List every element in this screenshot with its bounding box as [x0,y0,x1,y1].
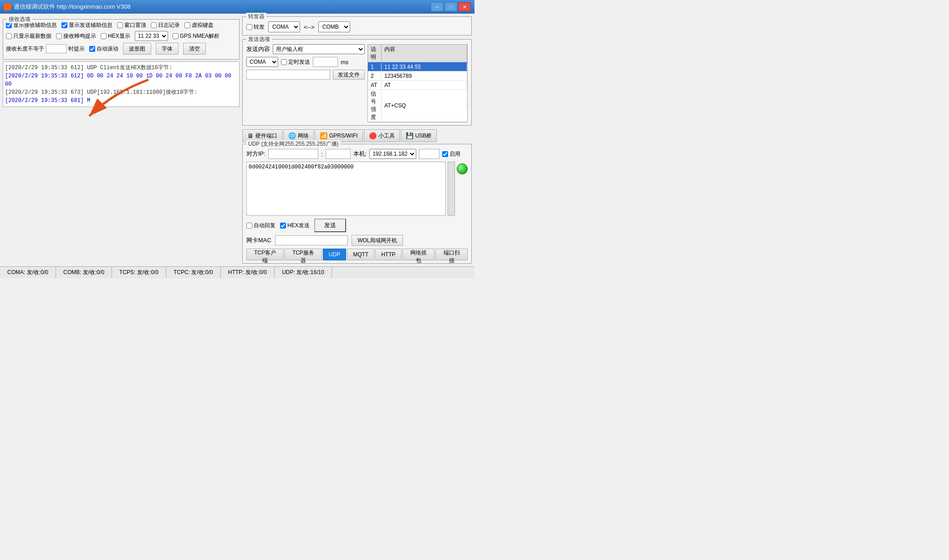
timed-label: 定时发送 [288,58,310,66]
check-hex-input[interactable] [101,33,107,39]
check-auto-scroll[interactable]: 自动滚动 [89,45,118,53]
check-gps[interactable]: GPS NMEA解析 [173,32,219,40]
check-show-send-input[interactable] [61,22,67,28]
check-vkb-input[interactable] [184,22,190,28]
font-button[interactable]: 字体 [156,43,179,55]
status-item: TCPS: 发/收:0/0 [112,267,166,278]
tab-label: 小工具 [378,132,395,140]
forward-check-input[interactable] [246,24,252,30]
remote-port-input[interactable]: 11000 [326,149,351,159]
table-row[interactable]: ATAT [368,81,467,90]
send-button[interactable]: 发送 [314,219,346,232]
send-text-input[interactable] [246,70,330,80]
enable-check-input[interactable] [442,151,448,157]
col-num: 说明 [368,45,382,62]
timed-check[interactable]: 定时发送 [281,58,310,66]
check-log[interactable]: 日志记录 [151,21,180,29]
wave-button[interactable]: 波形图 [123,43,151,55]
check-beep-input[interactable] [56,33,62,39]
arrow-label: <--> [304,24,315,31]
tab-label: 网络 [298,132,309,140]
check-newest[interactable]: 只显示最新数据 [6,32,51,40]
udp-group: UDP (支持全网255.255.255.255广播) 对方IP: 192.16… [242,144,472,264]
coma-select[interactable]: COMA [268,21,300,32]
local-port-input[interactable]: 9999 [419,149,439,159]
mac-input[interactable]: 11:22:33:44:55:66 [275,235,348,245]
app-icon [4,3,11,10]
check-vkb[interactable]: 虚拟键盘 [184,21,214,29]
bottom-tab-网络抓包[interactable]: 网络抓包 [403,249,435,260]
check-log-input[interactable] [151,22,157,28]
tab-label: GPRS/WIFI [329,132,358,139]
length-input[interactable] [46,44,66,53]
check-newest-input[interactable] [6,33,12,39]
tab-icon: 💾 [406,132,413,139]
send-input-row: 发送文件 [246,70,365,80]
maximize-button[interactable]: □ [444,2,457,11]
title-bar: 通信猫调试软件 http://tongxinmao.com V308 ─ □ ✕ [0,0,474,14]
bottom-tab-MQTT[interactable]: MQTT [347,249,374,260]
wol-button[interactable]: WOL局域网开机 [352,235,403,246]
hex-select[interactable]: 11 22 33 [135,31,168,41]
bottom-tab-HTTP[interactable]: HTTP [375,249,401,260]
auto-reply-check[interactable]: 自动回复 [246,222,276,229]
send-options-title: 发送选项 [246,36,272,43]
ms-label: ms [341,59,348,66]
send-port-row: COMA 定时发送 1000 ms [246,57,365,67]
forward-check[interactable]: 转发 [246,23,265,31]
time-label: 时提示 [68,45,85,53]
row-num: AT [368,81,382,89]
left-panel: 接收选项 显示接收辅助信息 显示发送辅助信息 窗口置顶 日志记录 [3,16,240,264]
table-row[interactable]: 111 22 33 44 55 [368,62,467,71]
status-bar: COMA: 发/收:0/0COMB: 发/收:0/0TCPS: 发/收:0/0T… [0,266,474,278]
remote-ip-input[interactable]: 192.168.1.181 [268,149,318,159]
options-row-1: 显示接收辅助信息 显示发送辅助信息 窗口置顶 日志记录 虚拟键盘 [6,21,236,29]
log-area[interactable]: [2020/2/29 19:35:33 612] UDP Client发送HEX… [3,61,240,107]
mac-row: 网卡MAC 11:22:33:44:55:66 WOL局域网开机 [246,235,468,246]
forward-label: 转发 [254,23,265,31]
enable-label: 启用 [449,150,460,158]
check-window-top-input[interactable] [117,22,123,28]
bottom-tab-UDP[interactable]: UDP [323,249,346,260]
timed-check-input[interactable] [281,59,287,65]
send-content-label: 发送内容 [246,45,270,53]
tab-小工具[interactable]: 🔴小工具 [364,129,400,142]
send-file-button[interactable]: 发送文件 [333,70,365,80]
status-item: UDP: 发/收:16/10 [275,267,332,278]
minimize-button[interactable]: ─ [431,2,444,11]
enable-check[interactable]: 启用 [442,150,460,158]
right-panel: 转发器 转发 COMA <--> COMB 发送选项 [242,16,472,264]
tab-USB桥[interactable]: 💾USB桥 [401,129,437,142]
row-content: AT+CSQ [382,102,467,109]
clear-button[interactable]: 清空 [183,43,206,55]
log-area-container: [2020/2/29 19:35:33 612] UDP Client发送HEX… [3,61,240,264]
tab-icon: 🌐 [288,132,296,139]
hex-send-check[interactable]: HEX发送 [280,222,310,229]
auto-reply-input[interactable] [246,223,252,229]
send-table-body: 111 22 33 44 552123456789ATAT信号强度AT+CSQ [368,62,467,122]
check-auto-scroll-input[interactable] [89,46,95,52]
check-hex[interactable]: HEX显示 [101,32,130,40]
mac-label: 网卡MAC [246,236,271,244]
local-ip-select[interactable]: 192.168.1.182 [369,149,416,159]
bottom-tab-TCP客户端[interactable]: TCP客户端 [246,249,284,260]
comb-select[interactable]: COMB [318,21,350,32]
hex-send-input[interactable] [280,223,286,229]
send-content-select[interactable]: 用户输入框 [273,44,365,54]
table-row[interactable]: 2123456789 [368,71,467,81]
close-button[interactable]: ✕ [458,2,471,11]
send-table-header: 说明 内容 [368,45,467,62]
check-show-send[interactable]: 显示发送辅助信息 [61,21,112,29]
table-row[interactable]: 信号强度AT+CSQ [368,90,467,122]
tab-label: USB桥 [415,132,432,140]
udp-textarea[interactable] [246,162,446,216]
udp-scrollbar[interactable] [448,162,455,216]
port-select[interactable]: COMA [246,57,278,67]
bottom-tab-TCP服务器[interactable]: TCP服务器 [285,249,322,260]
check-window-top[interactable]: 窗口置顶 [117,21,146,29]
timed-input[interactable]: 1000 [313,57,338,67]
check-gps-input[interactable] [173,33,179,39]
status-item: COMB: 发/收:0/0 [56,267,112,278]
check-beep[interactable]: 接收蜂鸣提示 [56,32,96,40]
bottom-tab-端口扫描[interactable]: 端口扫描 [435,249,468,260]
